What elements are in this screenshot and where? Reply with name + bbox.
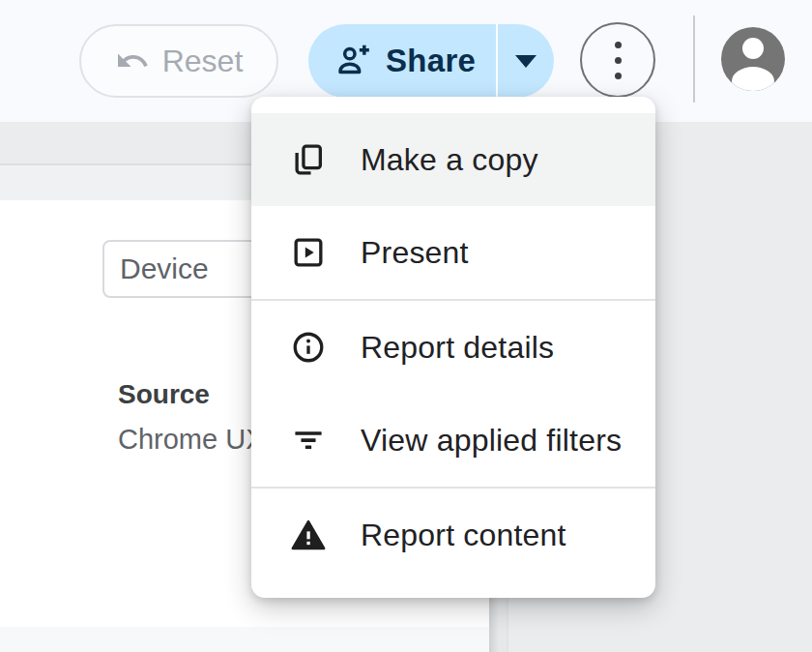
filter-icon [290,422,327,459]
more-vert-icon [615,42,622,48]
reset-button-label: Reset [162,44,244,79]
more-options-menu: Make a copy Present Report details [251,97,655,598]
source-heading: Source [118,379,210,410]
menu-item-report-content[interactable]: Report content [251,489,655,581]
info-icon [290,329,327,366]
canvas-bottom-margin [0,627,489,652]
menu-item-report-details[interactable]: Report details [251,301,655,394]
menu-item-label: Present [361,235,469,271]
copy-icon [290,141,327,178]
device-filter-label: Device [120,252,209,285]
avatar-person-icon [742,38,764,59]
share-button-label: Share [386,43,476,79]
menu-item-label: View applied filters [361,423,622,459]
more-options-button[interactable] [580,22,655,98]
reset-button[interactable]: Reset [79,24,278,98]
present-icon [290,234,327,271]
menu-item-label: Make a copy [361,142,538,178]
menu-item-make-a-copy[interactable]: Make a copy [251,113,655,206]
share-button[interactable]: Share [308,24,496,98]
chevron-down-icon [515,55,536,68]
share-split-button: Share [308,24,554,98]
menu-item-label: Report content [361,518,566,553]
menu-item-present[interactable]: Present [251,206,655,299]
toolbar-divider [693,15,695,103]
device-filter-control[interactable]: Device [102,240,265,298]
undo-icon [115,44,150,78]
menu-item-label: Report details [361,330,554,366]
menu-item-view-applied-filters[interactable]: View applied filters [251,394,655,487]
person-add-icon [334,42,373,80]
account-avatar[interactable] [721,27,785,91]
looker-studio-screen: Reset Share Device [0,0,812,652]
warning-icon [290,517,327,553]
